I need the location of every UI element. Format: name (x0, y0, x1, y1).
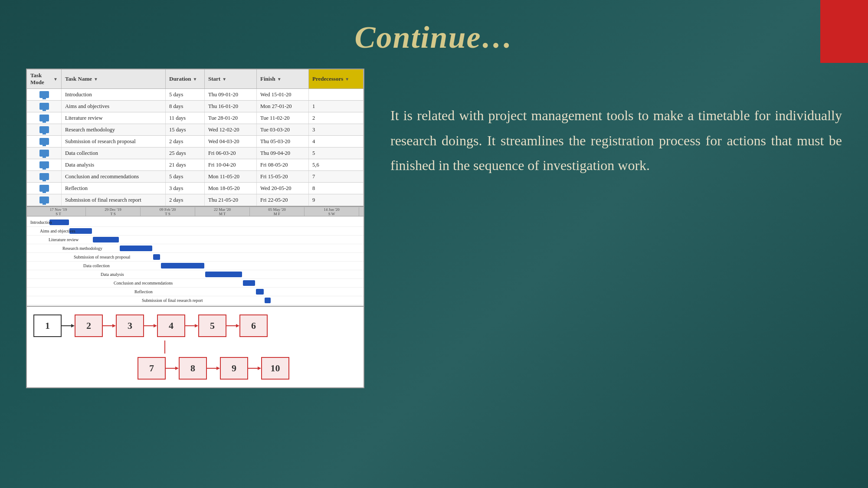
gantt-date-5: 05 May '20M F (250, 207, 305, 216)
td-task-mode (27, 171, 62, 182)
td-duration: 25 days (166, 147, 205, 159)
svg-marker-18 (258, 367, 261, 370)
td-finish: Wed 15-01-20 (257, 89, 309, 100)
td-predecessors: 8 (309, 183, 364, 194)
table-row: Introduction 5 days Thu 09-01-20 Wed 15-… (27, 89, 364, 101)
flow-arrow-3-4 (144, 324, 157, 328)
td-predecessors: 7 (309, 171, 364, 182)
table-row: Literature review 11 days Tue 28-01-20 T… (27, 112, 364, 124)
td-duration: 5 days (166, 89, 205, 100)
task-mode-icon (39, 138, 49, 145)
left-panel: Task Mode ▼ Task Name ▼ Duration ▼ Start… (26, 69, 364, 388)
td-task-mode (27, 147, 62, 159)
flow-diagram-container: 1 2 3 4 5 6 (26, 307, 364, 388)
gantt-row-7: Data analysis (27, 270, 364, 279)
td-start: Thu 16-01-20 (205, 101, 257, 112)
gantt-date-2: 29 Dec '19T S (86, 207, 141, 216)
right-panel: It is related with project management to… (390, 69, 842, 178)
td-task-name: Reflection (62, 183, 166, 194)
gantt-row-4: Research methodology (27, 244, 364, 253)
flow-box-2: 2 (75, 314, 103, 337)
gantt-row-8: Conclusion and recommendations (27, 279, 364, 288)
td-task-name: Data collection (62, 147, 166, 159)
td-start: Fri 06-03-20 (205, 147, 257, 159)
table-row: Research methodology 15 days Wed 12-02-2… (27, 124, 364, 136)
td-finish: Thu 05-03-20 (257, 136, 309, 147)
flow-arrow-1-2 (62, 324, 75, 328)
task-mode-icon (39, 115, 49, 121)
red-corner-decoration (820, 0, 868, 63)
td-start: Mon 11-05-20 (205, 171, 257, 182)
flow-box-5: 5 (198, 314, 226, 337)
gantt-row-5: Submission of research proposal (27, 253, 364, 262)
td-predecessors: 5,6 (309, 159, 364, 170)
sort-arrow-finish[interactable]: ▼ (277, 77, 282, 82)
flow-arrow-5-6 (226, 324, 239, 328)
td-predecessors: 1 (309, 101, 364, 112)
td-predecessors: 3 (309, 124, 364, 135)
gantt-row-3: Literature review (27, 236, 364, 244)
td-start: Thu 09-01-20 (205, 89, 257, 100)
td-task-mode (27, 112, 62, 124)
sort-arrow-dur[interactable]: ▼ (193, 77, 197, 82)
td-start: Mon 18-05-20 (205, 183, 257, 194)
td-finish: Tue 11-02-20 (257, 112, 309, 124)
table-row: Aims and objectives 8 days Thu 16-01-20 … (27, 101, 364, 112)
sort-arrow-name[interactable]: ▼ (94, 77, 98, 82)
task-mode-icon (39, 185, 49, 192)
task-mode-icon (39, 126, 49, 133)
flow-box-9: 9 (220, 357, 248, 380)
td-start: Wed 12-02-20 (205, 124, 257, 135)
td-task-name: Introduction (62, 89, 166, 100)
flow-row-1: 1 2 3 4 5 6 (33, 314, 357, 337)
table-row: Submission of research proposal 2 days W… (27, 136, 364, 147)
td-duration: 11 days (166, 112, 205, 124)
svg-marker-1 (71, 324, 75, 328)
flow-box-10: 10 (261, 357, 289, 380)
task-mode-icon (39, 173, 49, 180)
td-predecessors (309, 89, 364, 100)
col-header-task-name: Task Name ▼ (62, 69, 166, 88)
col-header-start: Start ▼ (205, 69, 257, 88)
td-predecessors: 2 (309, 112, 364, 124)
td-finish: Thu 09-04-20 (257, 147, 309, 159)
gantt-date-1: 17 Nov '19S T (31, 207, 86, 216)
task-mode-icon (39, 150, 49, 157)
td-start: Tue 28-01-20 (205, 112, 257, 124)
td-duration: 2 days (166, 136, 205, 147)
task-mode-icon (39, 197, 49, 203)
col-header-task-mode: Task Mode ▼ (27, 69, 62, 88)
flow-row-2: 7 8 9 10 (138, 357, 357, 380)
td-predecessors: 4 (309, 136, 364, 147)
td-task-name: Submission of final research report (62, 194, 166, 206)
task-mode-icon (39, 91, 49, 98)
td-finish: Wed 20-05-20 (257, 183, 309, 194)
td-task-mode (27, 124, 62, 135)
td-finish: Tue 03-03-20 (257, 124, 309, 135)
table-row: Data collection 25 days Fri 06-03-20 Thu… (27, 147, 364, 159)
flow-arrow-2-3 (103, 324, 116, 328)
flow-box-1: 1 (33, 314, 62, 337)
table-row: Reflection 3 days Mon 18-05-20 Wed 20-05… (27, 183, 364, 194)
td-task-mode (27, 159, 62, 170)
flow-box-4: 4 (157, 314, 185, 337)
sort-arrow-start[interactable]: ▼ (222, 77, 226, 82)
td-duration: 15 days (166, 124, 205, 135)
sort-arrow[interactable]: ▼ (53, 77, 58, 82)
td-finish: Fri 15-05-20 (257, 171, 309, 182)
svg-marker-16 (216, 367, 220, 370)
col-header-finish: Finish ▼ (257, 69, 309, 88)
main-layout: Task Mode ▼ Task Name ▼ Duration ▼ Start… (0, 69, 868, 388)
td-duration: 2 days (166, 194, 205, 206)
gantt-row-1: Introduction (27, 218, 364, 227)
td-start: Fri 10-04-20 (205, 159, 257, 170)
gantt-row-6: Data collection (27, 262, 364, 270)
svg-marker-9 (236, 324, 239, 328)
svg-marker-14 (175, 367, 179, 370)
gantt-date-3: 09 Feb '20T S (141, 207, 195, 216)
sort-arrow-pred[interactable]: ▼ (345, 77, 349, 82)
flow-box-7: 7 (138, 357, 166, 380)
table-row: Data analysis 21 days Fri 10-04-20 Fri 0… (27, 159, 364, 171)
table-row: Conclusion and recommendations 5 days Mo… (27, 171, 364, 183)
page-title: Continue… (0, 0, 868, 69)
